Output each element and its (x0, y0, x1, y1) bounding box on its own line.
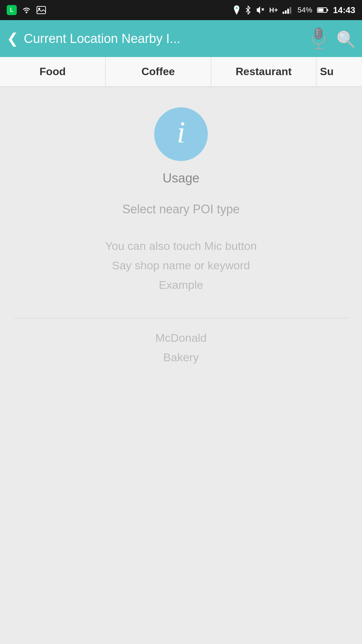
svg-rect-9 (290, 7, 291, 14)
app-header: ❮ Current Location Nearby I... (0, 20, 362, 57)
poi-instruction: Select neary POI type (122, 202, 240, 216)
search-button[interactable] (335, 29, 355, 49)
back-button[interactable]: ❮ (7, 32, 18, 46)
svg-rect-7 (285, 10, 287, 14)
status-bar: L H+ (0, 0, 362, 20)
svg-point-0 (26, 12, 27, 13)
header-title: Current Location Nearby I... (24, 32, 303, 46)
tab-coffee[interactable]: Coffee (106, 57, 211, 86)
mic-instruction: You can also touch Mic button Say shop n… (105, 236, 257, 294)
wifi-icon (21, 6, 32, 14)
svg-rect-12 (327, 9, 328, 11)
svg-rect-8 (287, 9, 289, 14)
svg-point-22 (340, 34, 344, 37)
examples-text: McDonald Bakery (155, 328, 206, 367)
battery-icon (317, 7, 328, 13)
svg-rect-6 (283, 12, 284, 14)
tab-food[interactable]: Food (0, 57, 106, 86)
tab-bar: Food Coffee Restaurant Su (0, 57, 362, 87)
location-icon (233, 5, 240, 15)
status-bar-right: H+ 54% 14:43 (233, 5, 355, 15)
section-divider (13, 318, 349, 318)
microphone-button[interactable] (308, 27, 328, 50)
signal-icon (283, 6, 293, 14)
usage-label: Usage (163, 171, 199, 185)
tab-more[interactable]: Su (316, 57, 362, 86)
status-time: 14:43 (333, 5, 356, 15)
main-content: i Usage Select neary POI type You can al… (0, 87, 362, 644)
tab-restaurant[interactable]: Restaurant (211, 57, 317, 86)
network-type-icon: H+ (269, 6, 278, 14)
line-app-icon: L (7, 5, 17, 15)
bluetooth-icon (245, 5, 251, 15)
svg-rect-1 (37, 6, 46, 14)
mute-icon (256, 6, 264, 14)
svg-rect-11 (318, 8, 323, 12)
svg-point-3 (236, 7, 238, 9)
info-icon: i (154, 107, 208, 161)
image-icon (36, 6, 46, 14)
header-icons (308, 27, 355, 50)
svg-line-23 (348, 41, 354, 47)
battery-percentage: 54% (297, 6, 312, 14)
svg-point-21 (339, 32, 348, 42)
svg-rect-19 (316, 29, 318, 36)
status-bar-left: L (7, 5, 46, 15)
